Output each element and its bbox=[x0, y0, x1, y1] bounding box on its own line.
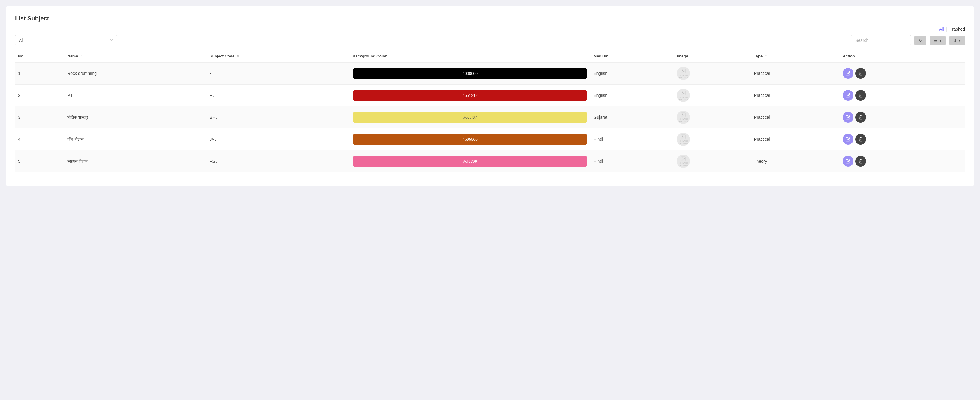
cell-medium: Hindi bbox=[590, 128, 674, 150]
edit-button[interactable] bbox=[843, 90, 853, 101]
cell-image: NO IMAGEAVAILABLE bbox=[674, 62, 751, 84]
cell-action bbox=[840, 62, 965, 84]
cell-medium: Gujarati bbox=[590, 107, 674, 128]
cell-action bbox=[840, 84, 965, 107]
col-image: Image bbox=[674, 50, 751, 62]
edit-button[interactable] bbox=[843, 156, 853, 167]
svg-point-9 bbox=[682, 158, 683, 158]
edit-button[interactable] bbox=[843, 112, 853, 123]
sort-type-icon: ⇅ bbox=[765, 55, 767, 58]
cell-no: 1 bbox=[15, 62, 64, 84]
col-bg-color: Background Color bbox=[350, 50, 591, 62]
cell-bg-color: #000000 bbox=[350, 62, 591, 84]
cell-name: PT bbox=[64, 84, 207, 107]
svg-point-3 bbox=[682, 92, 683, 92]
cell-subject-code: RSJ bbox=[207, 150, 350, 172]
cell-no: 3 bbox=[15, 107, 64, 128]
cell-type: Theory bbox=[751, 150, 840, 172]
table-header-row: No. Name ⇅ Subject Code ⇅ Background Col… bbox=[15, 50, 965, 62]
sort-code-icon: ⇅ bbox=[237, 55, 239, 58]
cell-bg-color: #ecdf67 bbox=[350, 107, 591, 128]
filter-select[interactable]: All bbox=[15, 35, 117, 45]
top-links: All | Trashed bbox=[15, 27, 965, 32]
cell-subject-code: BHJ bbox=[207, 107, 350, 128]
delete-button[interactable] bbox=[855, 134, 866, 145]
no-image-placeholder: NO IMAGEAVAILABLE bbox=[677, 67, 690, 80]
col-subject-code: Subject Code ⇅ bbox=[207, 50, 350, 62]
cell-no: 5 bbox=[15, 150, 64, 172]
link-all[interactable]: All bbox=[939, 27, 944, 32]
cell-name: Rock drumming bbox=[64, 62, 207, 84]
subjects-table: No. Name ⇅ Subject Code ⇅ Background Col… bbox=[15, 50, 965, 172]
cell-no: 2 bbox=[15, 84, 64, 107]
cell-name: भौतिक शास्त्र bbox=[64, 107, 207, 128]
delete-button[interactable] bbox=[855, 112, 866, 123]
table-row: 3भौतिक शास्त्रBHJ#ecdf67GujaratiNO IMAGE… bbox=[15, 107, 965, 128]
cell-action bbox=[840, 107, 965, 128]
cell-image: NO IMAGEAVAILABLE bbox=[674, 84, 751, 107]
cell-image: NO IMAGEAVAILABLE bbox=[674, 107, 751, 128]
col-name: Name ⇅ bbox=[64, 50, 207, 62]
chevron-down-icon-export: ▾ bbox=[959, 38, 961, 43]
cell-type: Practical bbox=[751, 107, 840, 128]
link-separator: | bbox=[946, 27, 948, 32]
download-icon: ⬇ bbox=[953, 38, 957, 43]
table-row: 1Rock drumming-#000000EnglishNO IMAGEAVA… bbox=[15, 62, 965, 84]
svg-point-5 bbox=[682, 114, 683, 114]
cell-subject-code: PJT bbox=[207, 84, 350, 107]
delete-button[interactable] bbox=[855, 156, 866, 167]
cell-medium: English bbox=[590, 84, 674, 107]
cell-bg-color: #be1212 bbox=[350, 84, 591, 107]
cell-type: Practical bbox=[751, 84, 840, 107]
refresh-button[interactable]: ↻ bbox=[915, 36, 926, 45]
cell-medium: English bbox=[590, 62, 674, 84]
cell-bg-color: #b9550e bbox=[350, 128, 591, 150]
link-trashed[interactable]: Trashed bbox=[950, 27, 965, 32]
delete-button[interactable] bbox=[855, 68, 866, 79]
col-medium: Medium bbox=[590, 50, 674, 62]
chevron-down-icon: ▾ bbox=[939, 38, 942, 43]
col-action: Action bbox=[840, 50, 965, 62]
table-row: 2PTPJT#be1212EnglishNO IMAGEAVAILABLEPra… bbox=[15, 84, 965, 107]
no-image-placeholder: NO IMAGEAVAILABLE bbox=[677, 132, 690, 146]
cell-name: जीव विज्ञान bbox=[64, 128, 207, 150]
no-image-placeholder: NO IMAGEAVAILABLE bbox=[677, 155, 690, 168]
search-input[interactable] bbox=[851, 35, 911, 45]
toolbar: All ↻ ☰ ▾ ⬇ ▾ bbox=[15, 35, 965, 45]
cell-action bbox=[840, 150, 965, 172]
edit-button[interactable] bbox=[843, 134, 853, 145]
sort-name-icon: ⇅ bbox=[80, 55, 83, 58]
table-row: 5रसायन विज्ञानRSJ#ef6799HindiNO IMAGEAVA… bbox=[15, 150, 965, 172]
refresh-icon: ↻ bbox=[919, 38, 922, 43]
col-type: Type ⇅ bbox=[751, 50, 840, 62]
table-row: 4जीव विज्ञानJVJ#b9550eHindiNO IMAGEAVAIL… bbox=[15, 128, 965, 150]
cell-subject-code: JVJ bbox=[207, 128, 350, 150]
view-toggle-button[interactable]: ☰ ▾ bbox=[930, 36, 946, 45]
no-image-placeholder: NO IMAGEAVAILABLE bbox=[677, 89, 690, 102]
cell-medium: Hindi bbox=[590, 150, 674, 172]
no-image-placeholder: NO IMAGEAVAILABLE bbox=[677, 111, 690, 124]
cell-image: NO IMAGEAVAILABLE bbox=[674, 128, 751, 150]
cell-name: रसायन विज्ञान bbox=[64, 150, 207, 172]
list-icon: ☰ bbox=[934, 38, 938, 43]
edit-button[interactable] bbox=[843, 68, 853, 79]
cell-image: NO IMAGEAVAILABLE bbox=[674, 150, 751, 172]
cell-type: Practical bbox=[751, 128, 840, 150]
cell-type: Practical bbox=[751, 62, 840, 84]
cell-bg-color: #ef6799 bbox=[350, 150, 591, 172]
cell-action bbox=[840, 128, 965, 150]
delete-button[interactable] bbox=[855, 90, 866, 101]
cell-no: 4 bbox=[15, 128, 64, 150]
export-button[interactable]: ⬇ ▾ bbox=[949, 36, 965, 45]
svg-point-1 bbox=[682, 70, 683, 70]
col-no: No. bbox=[15, 50, 64, 62]
svg-point-7 bbox=[682, 135, 683, 136]
page-title: List Subject bbox=[15, 15, 965, 22]
cell-subject-code: - bbox=[207, 62, 350, 84]
